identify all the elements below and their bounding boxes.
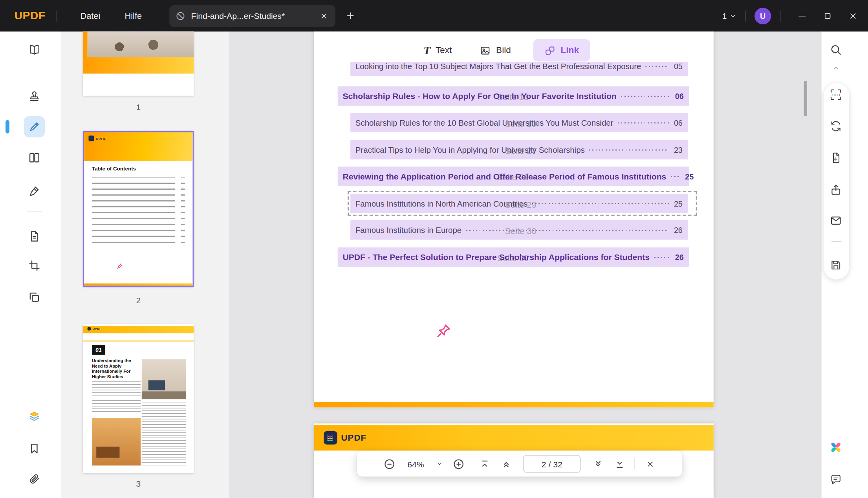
thumbnail-page-number: 1 <box>83 103 194 112</box>
convert-icon[interactable] <box>825 115 847 137</box>
annotate-stamp-icon[interactable] <box>24 86 45 107</box>
updf-logo-mark <box>89 135 94 141</box>
minimize-button[interactable] <box>789 0 815 31</box>
updf-logo: UPDF <box>324 431 366 445</box>
thumbnail-header-band: UPDF <box>84 132 192 161</box>
thumbnail-photo <box>88 31 194 57</box>
title-bar-right: 1 U <box>722 0 866 31</box>
thumbnail-chapter-title: Understanding the Need to Apply Internat… <box>92 358 142 379</box>
menu-help[interactable]: Hilfe <box>125 11 142 20</box>
toc-link-row-selected[interactable]: Seite 29 Famous Institutions in North Am… <box>350 194 688 213</box>
page-thumbnail-2-selected[interactable]: UPDF Table of Contents <box>83 131 194 287</box>
insert-page-icon[interactable] <box>825 147 847 169</box>
chat-feedback-icon[interactable] <box>825 468 847 490</box>
search-icon[interactable] <box>825 39 847 61</box>
updf-logo-text: UPDF <box>96 136 106 140</box>
thumbnail-toc-title: Table of Contents <box>92 165 136 172</box>
link-target-ghost-label: Seite 30 <box>505 226 536 236</box>
zoom-dropdown-chevron-icon[interactable] <box>436 457 443 471</box>
crop-icon[interactable] <box>24 255 45 276</box>
last-page-icon[interactable] <box>613 457 626 471</box>
page-indicator-input[interactable]: 2 / 32 <box>523 455 581 473</box>
tab-title: Find-and-Ap...er-Studies* <box>191 11 313 20</box>
ocr-icon[interactable]: OCR <box>825 84 847 106</box>
zoom-out-icon[interactable] <box>383 457 396 471</box>
close-toolbar-icon[interactable] <box>643 457 657 471</box>
link-tool-icon <box>544 44 556 56</box>
toc-link-row[interactable]: Seite 27 Practical Tips to Help You in A… <box>350 140 688 159</box>
toc-link-row[interactable]: Seite 30 Famous Institutions in Europe 2… <box>350 220 688 240</box>
left-toolbar <box>0 31 61 498</box>
image-tool-button[interactable]: Bild <box>474 39 516 61</box>
decorative-band <box>84 284 192 286</box>
divider <box>634 458 635 469</box>
pin-annotation-icon <box>116 263 123 269</box>
document-tab[interactable]: Find-and-Ap...er-Studies* <box>170 5 336 27</box>
toc-entry-title: Famous Institutions in Europe <box>355 225 461 234</box>
user-avatar[interactable]: U <box>754 7 771 24</box>
menu-file[interactable]: Datei <box>80 11 100 20</box>
panel-scroll-up-icon[interactable] <box>825 62 847 73</box>
sign-icon[interactable] <box>24 180 45 201</box>
app-window: UPDF Datei Hilfe Find-and-Ap...er-Studie… <box>0 0 868 498</box>
toc-link-row[interactable]: Looking into the Top 10 Subject Majors T… <box>350 62 688 76</box>
updf-logo: UPDF <box>15 9 46 22</box>
toc-dot-leader <box>654 256 670 258</box>
right-toolbar: OCR <box>821 31 868 498</box>
thumbnail-page-numbers <box>181 177 185 247</box>
zoom-level-value[interactable]: 64% <box>404 459 427 469</box>
toc-entry-title: Scholarship Rules for the 10 Best Global… <box>355 118 613 127</box>
tab-count: 1 <box>722 11 727 20</box>
zoom-in-icon[interactable] <box>452 457 465 471</box>
chapter-number-badge: 01 <box>92 345 105 355</box>
thumbnail-text-lines <box>142 403 186 466</box>
toc-dot-leader <box>618 122 670 123</box>
ai-assistant-icon[interactable] <box>825 436 847 458</box>
edit-mode-toolbar: T Text Bild Link <box>418 39 590 62</box>
thumbnail-photo <box>142 359 186 399</box>
thumbnail-page-number: 3 <box>83 479 194 488</box>
page-view-icon[interactable] <box>24 147 45 168</box>
attachment-icon[interactable] <box>24 469 45 490</box>
text-tool-button[interactable]: T Text <box>418 39 457 61</box>
new-tab-button[interactable]: + <box>347 9 354 22</box>
first-page-icon[interactable] <box>478 457 491 471</box>
toc-link-row[interactable]: Seite 30 UPDF - The Perfect Solution to … <box>338 247 689 267</box>
page-footer-band <box>314 402 714 407</box>
bookmark-icon[interactable] <box>24 438 45 459</box>
share-export-icon[interactable] <box>825 179 847 201</box>
maximize-button[interactable] <box>815 0 841 31</box>
updf-logo-mark <box>88 327 91 330</box>
toc-entry-title: Practical Tips to Help You in Applying f… <box>355 145 585 154</box>
tab-close-icon[interactable] <box>318 10 330 22</box>
toc-link-row[interactable]: Seite 10 Scholarship Rules - How to Appl… <box>338 86 689 106</box>
mail-icon[interactable] <box>825 209 847 231</box>
form-icon[interactable] <box>24 226 45 247</box>
link-tool-button-active[interactable]: Link <box>533 39 590 61</box>
page-thumbnails-icon[interactable] <box>24 406 45 427</box>
toc-entry-page-number: 25 <box>685 172 694 181</box>
toc-link-row[interactable]: Seite 29 Reviewing the Application Perio… <box>338 167 689 186</box>
toc-entry-page-number: 06 <box>674 118 683 127</box>
close-button[interactable] <box>841 0 866 31</box>
toc-entry-page-number: 06 <box>675 92 684 101</box>
thumbnail-photo <box>92 418 141 465</box>
page-thumbnail-3[interactable]: UPDF 01 Understanding the Need to Apply … <box>83 324 194 474</box>
page-thumbnail-1[interactable] <box>83 31 194 95</box>
divider <box>780 10 780 21</box>
organize-pages-icon[interactable] <box>24 287 45 308</box>
pin-annotation-icon[interactable] <box>435 323 452 339</box>
previous-page-icon[interactable] <box>499 457 513 471</box>
toc-entry-title: Scholarship Rules - How to Apply For One… <box>342 92 616 101</box>
divider <box>27 211 42 212</box>
toc-entry-title: UPDF - The Perfect Solution to Prepare S… <box>342 253 650 262</box>
toc-link-row[interactable]: Seite 10 Scholarship Rules for the 10 Be… <box>350 113 688 132</box>
save-icon[interactable] <box>825 254 847 276</box>
vertical-scrollbar-thumb[interactable] <box>804 81 807 116</box>
next-page-icon[interactable] <box>591 457 604 471</box>
tab-count-dropdown[interactable]: 1 <box>722 11 736 20</box>
reader-icon[interactable] <box>24 39 45 60</box>
edit-pdf-icon[interactable] <box>24 116 45 137</box>
toc-entry-page-number: 23 <box>674 145 683 154</box>
thumbnail-header-band: UPDF <box>83 326 194 333</box>
